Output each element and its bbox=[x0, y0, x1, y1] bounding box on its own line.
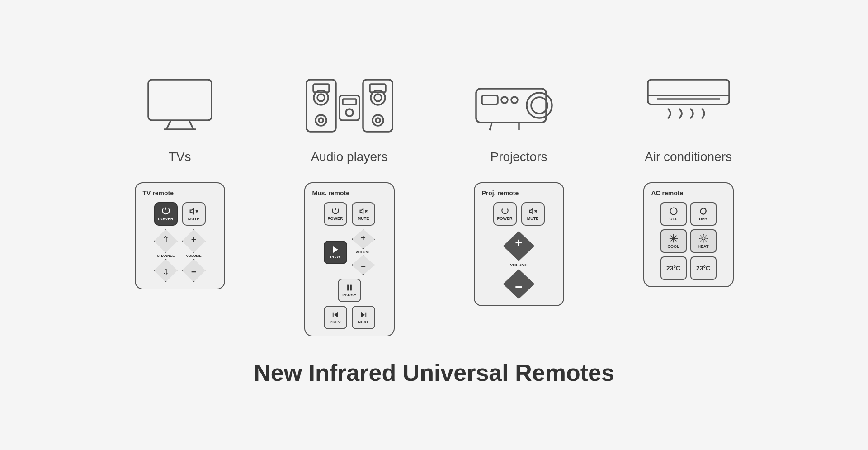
svg-rect-0 bbox=[148, 80, 212, 120]
projector-label: Projectors bbox=[490, 150, 547, 164]
svg-point-23 bbox=[501, 97, 508, 103]
music-prev-label: PREV bbox=[330, 320, 341, 324]
music-mute-btn[interactable]: MUTE bbox=[352, 202, 375, 226]
proj-power-btn[interactable]: POWER bbox=[493, 202, 517, 226]
music-pause-label: PAUSE bbox=[342, 293, 356, 297]
ac-heat-btn[interactable]: HEAT bbox=[690, 229, 717, 253]
music-power-btn[interactable]: POWER bbox=[324, 202, 347, 226]
music-remote: Mus. remote POWER bbox=[304, 182, 395, 336]
music-play-btn[interactable]: PLAY bbox=[324, 241, 347, 264]
tv-icon-area bbox=[144, 64, 216, 145]
music-play-label: PLAY bbox=[330, 255, 340, 259]
svg-line-2 bbox=[189, 120, 193, 129]
main-title: New Infrared Universal Remotes bbox=[254, 359, 614, 386]
tv-remote: TV remote POWER bbox=[135, 182, 225, 289]
tv-mute-label: MUTE bbox=[188, 217, 200, 221]
tv-label: TVs bbox=[169, 150, 191, 164]
proj-remote-title: Proj. remote bbox=[482, 189, 519, 197]
svg-marker-43 bbox=[529, 209, 533, 214]
music-pause-btn[interactable]: PAUSE bbox=[338, 279, 361, 302]
music-volume-label: VOLUME bbox=[355, 250, 371, 254]
ac-dry-label: DRY bbox=[699, 217, 708, 221]
svg-line-58 bbox=[705, 235, 706, 236]
tv-channel-up-btn[interactable]: ⇧ bbox=[154, 229, 178, 253]
svg-point-16 bbox=[373, 115, 383, 126]
tv-power-btn[interactable]: POWER bbox=[154, 202, 178, 226]
ac-cool-label: COOL bbox=[668, 244, 679, 249]
tv-power-mute-row: POWER MUTE bbox=[154, 202, 206, 226]
tv-volume-group: + VOLUME − bbox=[182, 229, 206, 282]
svg-line-59 bbox=[700, 241, 701, 242]
tv-channel-down-btn[interactable]: ⇩ bbox=[154, 259, 178, 282]
ac-remote-wrapper: AC remote OFF D bbox=[625, 182, 752, 287]
music-pause-row: PAUSE bbox=[338, 279, 361, 302]
audio-icon-area bbox=[304, 64, 395, 145]
svg-point-7 bbox=[316, 115, 326, 126]
tv-remote-wrapper: TV remote POWER bbox=[117, 182, 243, 289]
proj-remote-wrapper: Proj. remote POWER bbox=[456, 182, 582, 306]
tv-vol-up-btn[interactable]: + bbox=[182, 229, 206, 253]
ac-remote-title: AC remote bbox=[651, 189, 684, 197]
ac-icon-area bbox=[643, 64, 734, 145]
tv-channel-group: ⇧ CHANNEL ⇩ bbox=[154, 229, 178, 282]
music-prev-next-row: PREV NEXT bbox=[324, 306, 375, 329]
music-vol-down-btn[interactable]: − bbox=[352, 255, 375, 275]
svg-rect-37 bbox=[347, 285, 349, 290]
svg-point-51 bbox=[702, 237, 705, 240]
ac-dry-btn[interactable]: DRY bbox=[690, 202, 717, 226]
music-prev-btn[interactable]: PREV bbox=[324, 306, 347, 329]
audio-icon bbox=[304, 71, 395, 138]
music-play-volume-row: PLAY + VOLUME − bbox=[324, 229, 375, 275]
svg-point-17 bbox=[376, 118, 380, 123]
music-remote-wrapper: Mus. remote POWER bbox=[286, 182, 413, 336]
music-volume-group: + VOLUME − bbox=[352, 229, 375, 275]
ac-buttons-grid: OFF DRY bbox=[660, 202, 717, 280]
ac-temp2-btn[interactable]: 23°C bbox=[690, 256, 717, 280]
music-power-mute-row: POWER MUTE bbox=[324, 202, 375, 226]
projector-icon bbox=[474, 75, 564, 134]
tv-remote-title: TV remote bbox=[143, 189, 174, 197]
svg-point-21 bbox=[531, 97, 547, 114]
music-remote-title: Mus. remote bbox=[312, 189, 349, 197]
svg-line-25 bbox=[490, 123, 492, 130]
ac-heat-label: HEAT bbox=[698, 244, 709, 249]
ac-off-btn[interactable]: OFF bbox=[660, 202, 687, 226]
svg-point-8 bbox=[319, 118, 323, 123]
ac-label: Air conditioners bbox=[645, 150, 732, 164]
svg-marker-30 bbox=[190, 208, 193, 214]
music-next-btn[interactable]: NEXT bbox=[352, 306, 375, 329]
music-next-label: NEXT bbox=[358, 320, 368, 324]
proj-vol-up-btn[interactable]: + bbox=[503, 231, 535, 261]
proj-remote: Proj. remote POWER bbox=[474, 182, 564, 306]
svg-point-24 bbox=[511, 97, 518, 103]
tv-mute-btn[interactable]: MUTE bbox=[182, 202, 206, 226]
svg-point-15 bbox=[374, 94, 382, 101]
device-tv: TVs bbox=[103, 64, 257, 164]
ac-cool-btn[interactable]: COOL bbox=[660, 229, 687, 253]
ac-icon bbox=[643, 71, 734, 138]
svg-point-6 bbox=[317, 94, 325, 101]
music-vol-up-btn[interactable]: + bbox=[352, 229, 375, 249]
audio-label: Audio players bbox=[311, 150, 388, 164]
device-projector: Projectors bbox=[442, 64, 596, 164]
proj-mute-btn[interactable]: MUTE bbox=[521, 202, 545, 226]
proj-vol-down-btn[interactable]: − bbox=[503, 269, 535, 299]
ac-remote: AC remote OFF D bbox=[643, 182, 734, 287]
svg-point-12 bbox=[346, 109, 353, 116]
svg-rect-22 bbox=[482, 95, 498, 104]
svg-line-56 bbox=[700, 235, 701, 236]
svg-line-57 bbox=[705, 241, 706, 242]
proj-volume-group: + VOLUME − bbox=[503, 231, 535, 299]
tv-power-label: POWER bbox=[158, 217, 173, 221]
svg-marker-41 bbox=[361, 312, 364, 317]
tv-vol-down-btn[interactable]: − bbox=[182, 259, 206, 282]
device-ac: Air conditioners bbox=[612, 64, 765, 164]
device-icons-row: TVs bbox=[95, 64, 773, 169]
ac-temp1-label: 23°C bbox=[666, 265, 680, 272]
ac-temp1-btn[interactable]: 23°C bbox=[660, 256, 687, 280]
proj-volume-label: VOLUME bbox=[510, 263, 528, 267]
music-mute-label: MUTE bbox=[358, 216, 369, 221]
projector-icon-area bbox=[474, 64, 564, 145]
tv-channel-label: CHANNEL bbox=[157, 254, 175, 258]
tv-channel-volume-row: ⇧ CHANNEL ⇩ + VOLUME − bbox=[154, 229, 206, 282]
